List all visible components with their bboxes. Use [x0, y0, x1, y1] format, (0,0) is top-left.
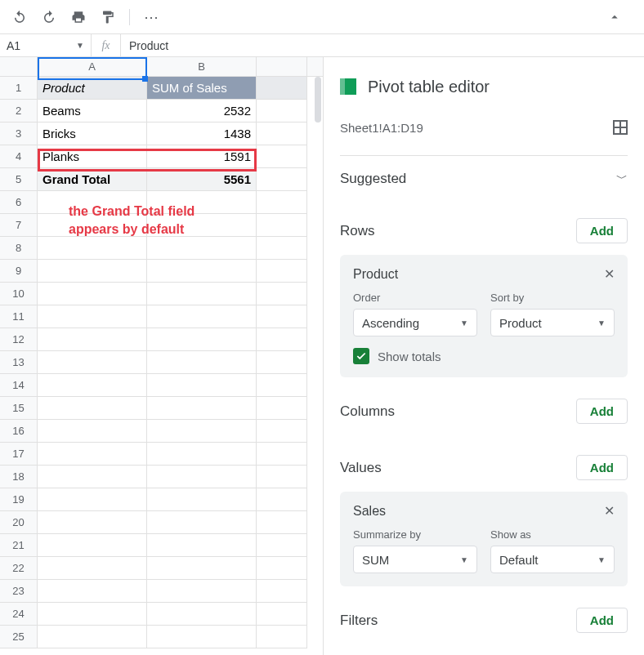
- cell[interactable]: Bricks: [38, 123, 147, 145]
- cell[interactable]: [257, 420, 307, 443]
- cell[interactable]: [257, 511, 307, 534]
- cell[interactable]: [38, 305, 147, 328]
- cell[interactable]: Planks: [38, 145, 147, 168]
- select-range-icon[interactable]: [613, 120, 628, 135]
- cell[interactable]: [257, 283, 307, 305]
- cell[interactable]: [38, 626, 147, 648]
- row-header[interactable]: 23: [0, 580, 38, 603]
- more-toolbar-button[interactable]: ⋯: [138, 4, 164, 30]
- sortby-select[interactable]: Product ▼: [490, 309, 615, 336]
- cell[interactable]: [38, 351, 147, 374]
- cell[interactable]: [257, 214, 307, 237]
- row-header[interactable]: 13: [0, 351, 38, 374]
- close-icon[interactable]: ✕: [604, 503, 615, 519]
- spreadsheet-grid[interactable]: A B 1ProductSUM of Sales2Beams25323Brick…: [0, 57, 324, 655]
- cell[interactable]: [257, 488, 307, 511]
- cell[interactable]: Product: [38, 77, 147, 100]
- undo-button[interactable]: [7, 4, 33, 30]
- add-values-button[interactable]: Add: [576, 455, 628, 480]
- cell[interactable]: [38, 397, 147, 420]
- row-header[interactable]: 9: [0, 260, 38, 283]
- row-header[interactable]: 18: [0, 466, 38, 488]
- summarize-select[interactable]: SUM ▼: [353, 546, 477, 573]
- cell[interactable]: [147, 603, 257, 626]
- cell[interactable]: 5561: [147, 168, 257, 191]
- row-header[interactable]: 2: [0, 100, 38, 123]
- cell[interactable]: [38, 580, 147, 603]
- cell[interactable]: [38, 237, 147, 260]
- cell[interactable]: [257, 603, 307, 626]
- cell[interactable]: [257, 260, 307, 283]
- cell[interactable]: [257, 77, 307, 100]
- cell[interactable]: [147, 283, 257, 305]
- cell[interactable]: [147, 511, 257, 534]
- cell[interactable]: [38, 511, 147, 534]
- collapse-toolbar-button[interactable]: [602, 4, 628, 30]
- cell[interactable]: [147, 557, 257, 580]
- show-totals-checkbox[interactable]: [353, 348, 369, 364]
- cell[interactable]: [38, 328, 147, 351]
- cell[interactable]: SUM of Sales: [147, 77, 257, 100]
- row-header[interactable]: 10: [0, 283, 38, 305]
- row-header[interactable]: 17: [0, 443, 38, 466]
- cell[interactable]: [147, 374, 257, 397]
- cell[interactable]: [257, 557, 307, 580]
- row-header[interactable]: 12: [0, 328, 38, 351]
- cell[interactable]: [147, 466, 257, 488]
- cell[interactable]: [38, 443, 147, 466]
- cell[interactable]: [147, 237, 257, 260]
- row-header[interactable]: 1: [0, 77, 38, 100]
- cell[interactable]: [257, 123, 307, 145]
- row-header[interactable]: 3: [0, 123, 38, 145]
- cell[interactable]: [147, 580, 257, 603]
- row-header[interactable]: 16: [0, 420, 38, 443]
- cell[interactable]: [147, 534, 257, 557]
- row-header[interactable]: 5: [0, 168, 38, 191]
- cell[interactable]: [257, 305, 307, 328]
- cell[interactable]: [147, 626, 257, 648]
- column-header-a[interactable]: A: [38, 57, 147, 76]
- name-box[interactable]: A1 ▼: [0, 34, 92, 56]
- row-header[interactable]: 14: [0, 374, 38, 397]
- cell[interactable]: [257, 443, 307, 466]
- row-header[interactable]: 11: [0, 305, 38, 328]
- row-header[interactable]: 21: [0, 534, 38, 557]
- cell[interactable]: 1591: [147, 145, 257, 168]
- cell[interactable]: Beams: [38, 100, 147, 123]
- cell[interactable]: [147, 328, 257, 351]
- paint-format-button[interactable]: [95, 4, 121, 30]
- cell[interactable]: [38, 420, 147, 443]
- row-header[interactable]: 7: [0, 214, 38, 237]
- cell[interactable]: [257, 237, 307, 260]
- formula-input[interactable]: Product: [121, 39, 644, 52]
- row-header[interactable]: 25: [0, 626, 38, 648]
- add-columns-button[interactable]: Add: [576, 399, 628, 424]
- cell[interactable]: [38, 466, 147, 488]
- cell[interactable]: [38, 603, 147, 626]
- select-all-corner[interactable]: [0, 57, 38, 76]
- showas-select[interactable]: Default ▼: [490, 546, 615, 573]
- add-filters-button[interactable]: Add: [576, 608, 628, 633]
- redo-button[interactable]: [36, 4, 62, 30]
- cell[interactable]: [38, 283, 147, 305]
- cell[interactable]: [257, 328, 307, 351]
- cell[interactable]: [147, 351, 257, 374]
- order-select[interactable]: Ascending ▼: [353, 309, 477, 336]
- cell[interactable]: [257, 397, 307, 420]
- close-icon[interactable]: ✕: [604, 266, 615, 282]
- suggested-section[interactable]: Suggested ﹀: [340, 171, 628, 187]
- column-header-c[interactable]: [257, 57, 307, 76]
- cell[interactable]: [257, 191, 307, 214]
- row-header[interactable]: 24: [0, 603, 38, 626]
- cell[interactable]: [38, 260, 147, 283]
- row-header[interactable]: 15: [0, 397, 38, 420]
- row-header[interactable]: 8: [0, 237, 38, 260]
- cell[interactable]: [147, 305, 257, 328]
- cell[interactable]: [257, 534, 307, 557]
- cell[interactable]: [147, 443, 257, 466]
- column-header-b[interactable]: B: [147, 57, 257, 76]
- cell[interactable]: [38, 488, 147, 511]
- cell[interactable]: [257, 100, 307, 123]
- cell[interactable]: [257, 626, 307, 648]
- row-header[interactable]: 19: [0, 488, 38, 511]
